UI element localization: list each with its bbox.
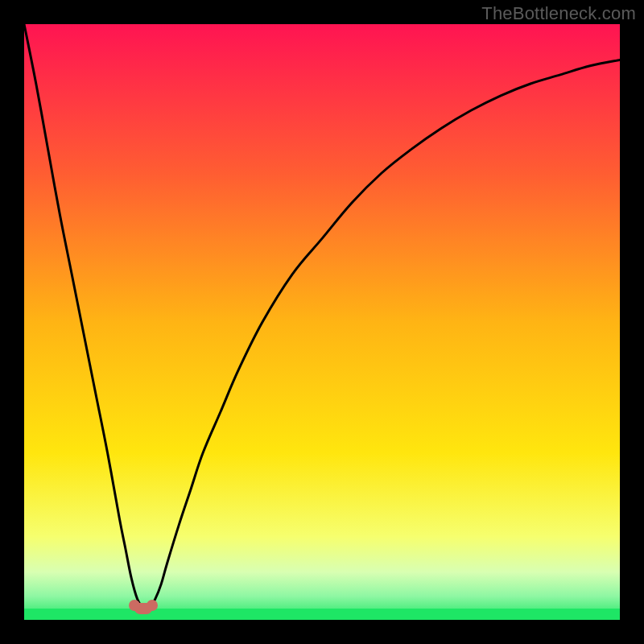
plot-area xyxy=(24,24,620,620)
optimal-marker-1 xyxy=(129,600,140,611)
optimal-marker-2 xyxy=(147,600,158,611)
bottleneck-line-chart xyxy=(24,24,620,620)
watermark-text: TheBottleneck.com xyxy=(481,3,636,24)
chart-frame: TheBottleneck.com xyxy=(0,0,644,644)
